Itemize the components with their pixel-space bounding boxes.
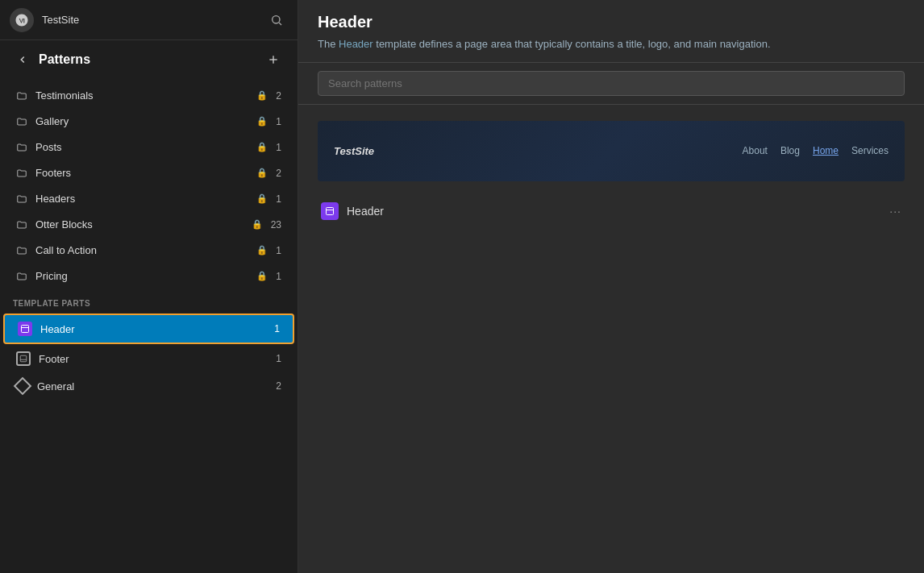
wordpress-icon	[15, 13, 29, 27]
header-template-part-icon	[18, 322, 32, 336]
sidebar-item-otter-blocks-label: Otter Blocks	[35, 218, 240, 230]
posts-count: 1	[276, 142, 281, 153]
plus-icon	[267, 53, 280, 66]
template-parts-section-label: TEMPLATE PARTS	[0, 289, 298, 313]
header-preview-card: TestSite About Blog Home Services	[318, 121, 905, 181]
template-part-general-label: General	[37, 380, 268, 392]
call-to-action-lock-icon: 🔒	[256, 245, 268, 255]
header-preview-inner: TestSite About Blog Home Services	[318, 121, 905, 181]
add-pattern-button[interactable]	[262, 48, 285, 71]
pattern-list: Testimonials 🔒 2 Gallery 🔒 1 Posts 🔒 1 F…	[0, 79, 298, 573]
pricing-lock-icon: 🔒	[256, 271, 268, 281]
site-name: TestSite	[42, 14, 257, 26]
template-part-header[interactable]: Header 1	[3, 313, 294, 344]
header-link: Header	[339, 38, 373, 50]
sidebar-item-call-to-action-label: Call to Action	[35, 244, 245, 256]
search-icon	[270, 14, 283, 27]
folder-icon	[16, 90, 27, 102]
wp-logo[interactable]	[10, 8, 34, 32]
patterns-title: Patterns	[39, 52, 262, 67]
sidebar-item-pricing[interactable]: Pricing 🔒 1	[3, 264, 294, 289]
template-part-footer-count: 1	[276, 353, 281, 364]
header-block-icon	[20, 324, 30, 334]
sidebar-item-headers-label: Headers	[35, 193, 245, 205]
pattern-item-row: Header ···	[318, 194, 905, 228]
sidebar-item-posts-label: Posts	[35, 141, 245, 153]
general-diamond-icon	[14, 377, 32, 396]
sidebar-item-footers[interactable]: Footers 🔒 2	[3, 160, 294, 185]
gallery-count: 1	[276, 116, 281, 127]
template-part-footer[interactable]: Footer 1	[3, 345, 294, 372]
sidebar-item-testimonials[interactable]: Testimonials 🔒 2	[3, 83, 294, 108]
search-patterns-input[interactable]	[318, 71, 905, 96]
template-part-general[interactable]: General 2	[3, 373, 294, 399]
footers-lock-icon: 🔒	[256, 168, 268, 178]
preview-area: TestSite About Blog Home Services Header…	[298, 105, 924, 574]
gallery-lock-icon: 🔒	[256, 116, 268, 127]
headers-count: 1	[276, 193, 281, 205]
preview-nav-about: About	[743, 145, 768, 156]
folder-icon	[16, 142, 27, 153]
search-bar-container	[298, 63, 924, 105]
main-content: Header The Header template defines a pag…	[298, 0, 924, 573]
preview-navigation: About Blog Home Services	[743, 145, 889, 156]
sidebar-item-testimonials-label: Testimonials	[35, 89, 245, 102]
patterns-header: Patterns	[0, 40, 298, 79]
main-header: Header The Header template defines a pag…	[298, 0, 924, 63]
topbar-search-button[interactable]	[265, 9, 288, 31]
sidebar-item-posts[interactable]: Posts 🔒 1	[3, 135, 294, 160]
folder-icon	[16, 193, 27, 205]
posts-lock-icon: 🔒	[256, 142, 268, 152]
svg-line-1	[279, 23, 281, 25]
svg-point-0	[273, 15, 280, 23]
pattern-item-more-button[interactable]: ···	[889, 205, 901, 218]
folder-icon	[16, 271, 27, 282]
chevron-left-icon	[17, 54, 28, 65]
svg-rect-6	[20, 355, 27, 362]
preview-site-name: TestSite	[334, 145, 374, 157]
sidebar-item-call-to-action[interactable]: Call to Action 🔒 1	[3, 238, 294, 263]
main-header-title: Header	[318, 13, 905, 31]
sidebar-topbar: TestSite	[0, 0, 298, 40]
preview-nav-services: Services	[851, 145, 889, 156]
otter-blocks-count: 23	[271, 219, 281, 230]
headers-lock-icon: 🔒	[256, 193, 268, 204]
preview-nav-blog: Blog	[780, 145, 800, 156]
template-part-general-count: 2	[276, 380, 281, 392]
folder-icon	[16, 168, 27, 179]
pattern-item-label: Header	[347, 205, 881, 218]
back-button[interactable]	[13, 50, 32, 69]
footer-block-icon	[19, 355, 27, 363]
template-part-header-label: Header	[40, 323, 266, 335]
pricing-count: 1	[276, 271, 281, 282]
sidebar-item-gallery-label: Gallery	[35, 115, 245, 127]
pattern-block-icon	[325, 206, 335, 216]
testimonials-count: 2	[276, 90, 281, 102]
svg-rect-4	[22, 326, 29, 333]
footer-template-part-icon	[16, 351, 31, 366]
main-header-description: The Header template defines a page area …	[318, 36, 905, 52]
otter-blocks-lock-icon: 🔒	[252, 219, 263, 230]
footers-count: 2	[276, 168, 281, 179]
preview-nav-home: Home	[813, 145, 839, 156]
sidebar: TestSite Patterns Testimonials 🔒	[0, 0, 298, 573]
folder-icon	[16, 116, 27, 127]
template-part-footer-label: Footer	[39, 353, 268, 365]
testimonials-lock-icon: 🔒	[256, 90, 268, 101]
sidebar-item-headers[interactable]: Headers 🔒 1	[3, 186, 294, 211]
template-part-header-count: 1	[274, 323, 280, 334]
sidebar-item-gallery[interactable]: Gallery 🔒 1	[3, 109, 294, 134]
folder-icon	[16, 219, 27, 230]
pattern-header-icon	[321, 202, 339, 220]
sidebar-item-footers-label: Footers	[35, 167, 245, 179]
sidebar-item-otter-blocks[interactable]: Otter Blocks 🔒 23	[3, 212, 294, 237]
svg-rect-8	[327, 207, 334, 214]
sidebar-item-pricing-label: Pricing	[35, 270, 245, 282]
call-to-action-count: 1	[276, 245, 281, 256]
folder-icon	[16, 245, 27, 256]
